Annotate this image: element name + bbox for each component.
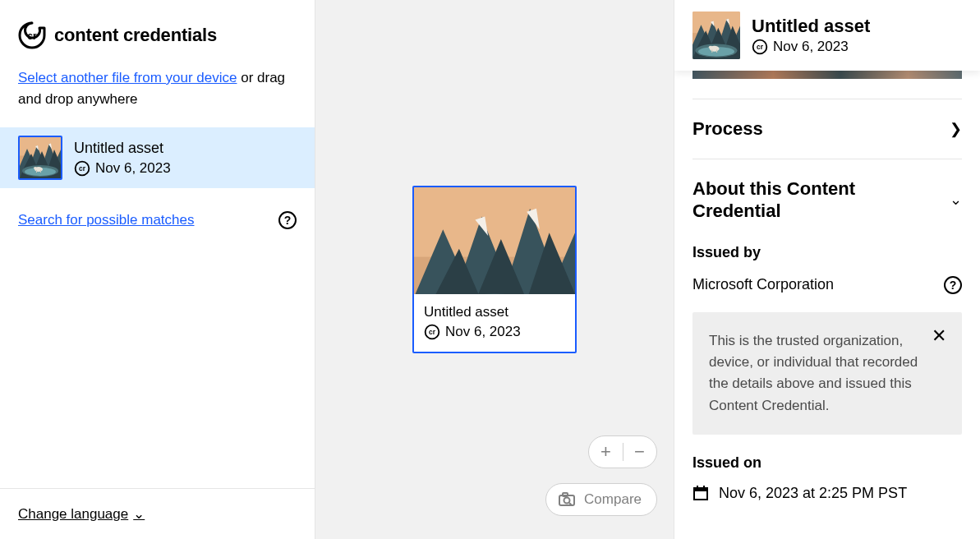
help-icon[interactable]: ? bbox=[278, 211, 297, 229]
issuer-name: Microsoft Corporation bbox=[692, 276, 834, 293]
brand-logo-icon bbox=[18, 21, 46, 49]
chevron-down-icon: ⌄ bbox=[950, 191, 962, 209]
left-sidebar: content credentials Select another file … bbox=[0, 0, 315, 539]
calendar-icon bbox=[692, 485, 709, 501]
asset-card-image bbox=[414, 187, 575, 294]
section-about[interactable]: About this Content Credential ⌄ bbox=[692, 177, 962, 223]
chevron-right-icon: ❯ bbox=[950, 120, 962, 138]
asset-date: Nov 6, 2023 bbox=[95, 160, 171, 177]
asset-card[interactable]: Untitled asset Nov 6, 2023 bbox=[412, 186, 577, 353]
asset-list-item[interactable]: Untitled asset Nov 6, 2023 bbox=[0, 127, 315, 188]
chevron-down-icon: ⌄ bbox=[133, 505, 145, 523]
asset-thumbnail bbox=[18, 136, 62, 180]
cr-badge-icon bbox=[74, 160, 90, 177]
details-title: Untitled asset bbox=[752, 16, 870, 37]
file-select-text: Select another file from your device or … bbox=[0, 62, 315, 127]
details-thumbnail bbox=[692, 12, 740, 59]
canvas: Untitled asset Nov 6, 2023 + − Compare bbox=[315, 0, 674, 539]
about-title: About this Content Credential bbox=[692, 177, 890, 223]
preview-image-strip bbox=[692, 71, 962, 79]
details-date: Nov 6, 2023 bbox=[773, 39, 849, 55]
cr-badge-icon bbox=[424, 324, 440, 340]
info-text: This is the trusted organization, device… bbox=[709, 330, 945, 417]
asset-title: Untitled asset bbox=[74, 140, 171, 157]
details-panel: Untitled asset Nov 6, 2023 Process ❯ Abo… bbox=[674, 0, 980, 539]
card-date: Nov 6, 2023 bbox=[445, 324, 521, 340]
brand: content credentials bbox=[0, 0, 315, 62]
change-language-label: Change language bbox=[18, 506, 128, 523]
process-title: Process bbox=[692, 117, 763, 141]
select-file-link[interactable]: Select another file from your device bbox=[18, 70, 237, 85]
compare-icon bbox=[558, 491, 576, 508]
change-language-button[interactable]: Change language ⌄ bbox=[18, 505, 145, 523]
brand-name: content credentials bbox=[54, 25, 217, 46]
compare-label: Compare bbox=[584, 491, 642, 508]
details-body[interactable]: Process ❯ About this Content Credential … bbox=[674, 71, 980, 539]
close-icon[interactable]: ✕ bbox=[929, 327, 949, 347]
info-callout: This is the trusted organization, device… bbox=[692, 312, 962, 435]
zoom-out-button[interactable]: − bbox=[623, 441, 656, 463]
cr-badge-icon bbox=[752, 39, 768, 55]
issued-by-label: Issued by bbox=[692, 244, 962, 261]
details-header: Untitled asset Nov 6, 2023 bbox=[674, 0, 980, 71]
zoom-in-button[interactable]: + bbox=[590, 441, 623, 463]
zoom-control: + − bbox=[588, 435, 657, 468]
card-title: Untitled asset bbox=[424, 304, 565, 320]
help-icon[interactable]: ? bbox=[944, 276, 962, 294]
section-process[interactable]: Process ❯ bbox=[692, 117, 962, 141]
search-matches-link[interactable]: Search for possible matches bbox=[18, 212, 195, 228]
issued-on-label: Issued on bbox=[692, 454, 962, 472]
issued-on-value: Nov 6, 2023 at 2:25 PM PST bbox=[719, 485, 907, 502]
compare-button[interactable]: Compare bbox=[545, 483, 657, 516]
